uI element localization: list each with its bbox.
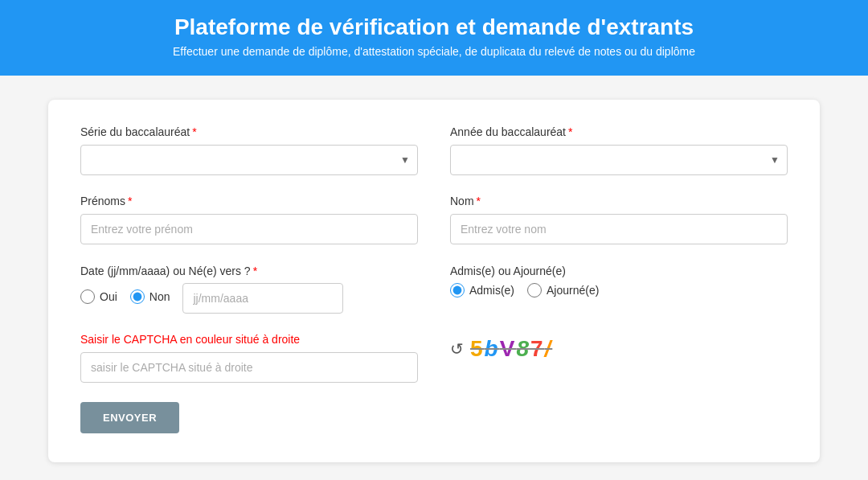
group-serie: Série du baccalauréat* ▼ [80, 125, 418, 175]
row-serie-annee: Série du baccalauréat* ▼ Année du baccal… [80, 125, 788, 175]
group-nom: Nom* [450, 195, 788, 244]
radio-non[interactable] [130, 289, 145, 304]
ajourn-option-label: Ajourné(e) [547, 284, 599, 297]
row-date-admis: Date (jj/mm/aaaa) ou Né(e) vers ?* Oui N… [80, 264, 788, 314]
envoyer-button[interactable]: ENVOYER [80, 402, 179, 433]
row-captcha: Saisir le CAPTCHA en couleur situé à dro… [80, 333, 788, 383]
annee-label: Année du baccalauréat* [450, 125, 788, 138]
radio-ajourn[interactable] [527, 283, 542, 297]
nom-input[interactable] [450, 214, 788, 244]
captcha-char-6: / [545, 336, 553, 362]
radio-admis[interactable] [450, 283, 465, 297]
annee-select[interactable] [450, 145, 788, 175]
page-header: Plateforme de vérification et demande d'… [0, 0, 868, 76]
prenoms-input[interactable] [80, 214, 418, 244]
admis-label: Admis(e) ou Ajourné(e) [450, 265, 566, 277]
captcha-input[interactable] [80, 352, 418, 383]
radio-ajourn-option[interactable]: Ajourné(e) [527, 283, 599, 297]
page-title: Plateforme de vérification et demande d'… [32, 14, 836, 40]
group-admis: Admis(e) ou Ajourné(e) Admis(e) Ajourné(… [450, 264, 788, 304]
group-annee: Année du baccalauréat* ▼ [450, 125, 788, 175]
submit-row: ENVOYER [80, 402, 788, 433]
serie-label: Série du baccalauréat* [80, 125, 418, 138]
main-content: Série du baccalauréat* ▼ Année du baccal… [0, 76, 868, 480]
radio-oui[interactable] [80, 289, 95, 304]
captcha-error-label: Saisir le CAPTCHA en couleur situé à dro… [80, 333, 418, 346]
radio-non-option[interactable]: Non [130, 289, 170, 304]
date-label: Date (jj/mm/aaaa) ou Né(e) vers ?* [80, 265, 257, 277]
refresh-icon[interactable]: ↺ [450, 339, 464, 359]
radio-oui-label: Oui [100, 290, 117, 303]
row-prenoms-nom: Prénoms* Nom* [80, 195, 788, 244]
serie-select[interactable] [80, 145, 418, 175]
captcha-char-5: 7 [530, 336, 545, 362]
captcha-char-3: V [500, 336, 517, 362]
radio-admis-row: Admis(e) Ajourné(e) [450, 283, 788, 304]
date-input[interactable] [182, 283, 343, 314]
captcha-char-2: b [485, 336, 500, 362]
prenoms-label: Prénoms* [80, 195, 418, 207]
captcha-char-1: 5 [470, 336, 485, 362]
admis-option-label: Admis(e) [469, 284, 514, 297]
nom-label: Nom* [450, 195, 788, 207]
radio-admis-option[interactable]: Admis(e) [450, 283, 514, 297]
radio-oui-non: Oui Non [80, 289, 170, 310]
captcha-char-4: 8 [516, 336, 530, 362]
captcha-left-group: Saisir le CAPTCHA en couleur situé à dro… [80, 333, 418, 383]
form-card: Série du baccalauréat* ▼ Année du baccal… [48, 100, 820, 462]
captcha-image: 5 b V 8 7 / [470, 336, 552, 362]
page-subtitle: Effectuer une demande de diplôme, d'atte… [32, 45, 836, 58]
serie-select-wrapper: ▼ [80, 145, 418, 175]
radio-non-label: Non [149, 290, 170, 303]
captcha-right-group: ↺ 5 b V 8 7 / [450, 333, 788, 362]
annee-select-wrapper: ▼ [450, 145, 788, 175]
group-date: Date (jj/mm/aaaa) ou Né(e) vers ?* Oui N… [80, 264, 418, 314]
radio-oui-option[interactable]: Oui [80, 289, 117, 304]
group-prenoms: Prénoms* [80, 195, 418, 244]
